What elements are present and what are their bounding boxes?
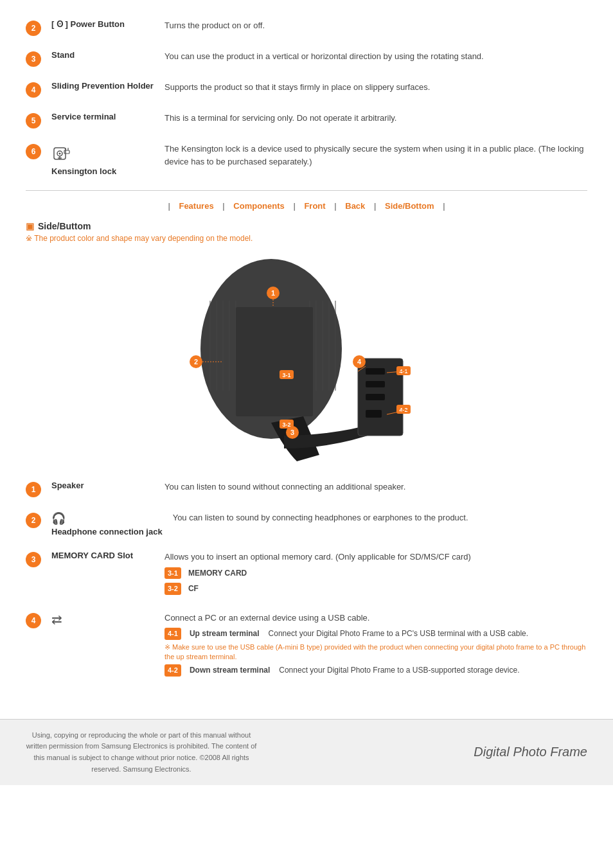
badge-6: 6 — [26, 144, 41, 159]
memory-card-row-1: 3-1 MEMORY CARD — [164, 567, 587, 580]
bottom-items-section: 1 Speaker You can listen to sound withou… — [26, 481, 587, 679]
svg-text:3-1: 3-1 — [282, 372, 290, 378]
svg-text:3: 3 — [290, 429, 294, 436]
item-desc-usb: Connect a PC or an external device using… — [164, 612, 587, 679]
nav-sep: | — [443, 201, 445, 211]
item-desc-memory: Allows you to insert an optional memory … — [164, 551, 587, 598]
kensington-icon — [51, 143, 72, 163]
item-row: 3 Stand You can use the product in a ver… — [26, 50, 587, 67]
badge-2b: 2 — [26, 513, 41, 528]
usb-note: Make sure to use the USB cable (A-mini B… — [164, 642, 587, 662]
item-desc-headphone: You can listen to sound by connecting he… — [173, 511, 587, 524]
badge-4: 4 — [26, 82, 41, 98]
badge-3: 3 — [26, 51, 41, 67]
usb-sub-row-2: 4-2 Down stream terminal Connect your Di… — [164, 664, 587, 677]
sub-label-downstream: Down stream terminal — [190, 664, 270, 676]
nav-back[interactable]: Back — [345, 201, 365, 211]
item-row: 5 Service terminal This is a terminal fo… — [26, 112, 587, 128]
nav-side-bottom[interactable]: Side/Bottom — [385, 201, 434, 211]
usb-sub-row-1: 4-1 Up stream terminal Connect your Digi… — [164, 628, 587, 640]
sub-badge-3-2: 3-2 — [164, 583, 181, 595]
sub-badge-4-1: 4-1 — [164, 628, 181, 640]
footer: Using, copying or reproducing the whole … — [0, 719, 613, 785]
item-label-memory: MEMORY CARD Slot — [51, 551, 133, 560]
section-note: The product color and shape may vary dep… — [26, 234, 587, 243]
badge-5: 5 — [26, 113, 41, 128]
item-row: 6 Kensington lock The Kensin — [26, 143, 587, 176]
item-desc-3: You can use the product in a vertical or… — [164, 50, 587, 63]
svg-rect-24 — [366, 410, 382, 418]
section-title-text: Side/Buttom — [38, 221, 91, 231]
sub-label-memory-card: MEMORY CARD — [188, 567, 247, 579]
nav-sep: | — [334, 201, 336, 211]
nav-sep: | — [168, 201, 170, 211]
item-label-6: Kensington lock — [51, 166, 116, 176]
item-row: 4 Sliding Prevention Holder Supports the… — [26, 81, 587, 98]
svg-text:2: 2 — [194, 358, 198, 366]
usb-icon: ⇄ — [51, 612, 154, 627]
svg-rect-22 — [366, 381, 385, 387]
footer-brand: Digital Photo Frame — [474, 745, 587, 759]
item-row: 2 [ ʘ ] Power Button Turns the product o… — [26, 19, 587, 36]
item-desc-6: The Kensington lock is a device used to … — [164, 143, 587, 168]
svg-rect-20 — [236, 307, 313, 416]
sub-badge-3-1: 3-1 — [164, 567, 181, 580]
section-title: ▣ Side/Buttom — [26, 221, 587, 231]
item-desc-speaker: You can listen to sound without connecti… — [164, 481, 587, 493]
nav-bar: | Features | Components | Front | Back |… — [26, 201, 587, 211]
section-icon: ▣ — [26, 221, 34, 231]
svg-point-2 — [59, 153, 61, 155]
svg-rect-23 — [366, 394, 385, 400]
nav-sep: | — [222, 201, 224, 211]
device-diagram: 1 2 3-1 3 3-2 4 4-1 4-2 — [159, 249, 454, 461]
item-desc-4: Supports the product so that it stays fi… — [164, 81, 587, 94]
svg-text:4: 4 — [357, 358, 362, 366]
badge-1: 1 — [26, 482, 41, 497]
sub-desc-downstream: Connect your Digital Photo Frame to a US… — [279, 664, 519, 676]
item-label-2: [ ʘ ] Power Button — [51, 19, 125, 29]
item-row-memory: 3 MEMORY CARD Slot Allows you to insert … — [26, 551, 587, 598]
svg-text:3-2: 3-2 — [282, 421, 290, 428]
sub-label-cf: CF — [188, 583, 199, 594]
badge-4b: 4 — [26, 613, 41, 628]
item-desc-2: Turns the product on or off. — [164, 19, 587, 32]
item-label-speaker: Speaker — [51, 481, 84, 490]
memory-card-block: 3-1 MEMORY CARD 3-2 CF — [164, 567, 587, 595]
svg-rect-5 — [64, 150, 69, 154]
svg-rect-21 — [366, 368, 385, 375]
divider — [26, 190, 587, 191]
item-label-4: Sliding Prevention Holder — [51, 81, 154, 91]
memory-card-row-2: 3-2 CF — [164, 583, 587, 595]
badge-3b: 3 — [26, 552, 41, 567]
svg-text:1: 1 — [271, 289, 275, 297]
page-content: 2 [ ʘ ] Power Button Turns the product o… — [0, 0, 613, 706]
sub-label-upstream: Up stream terminal — [190, 628, 260, 639]
headphone-icon: 🎧 — [51, 512, 66, 525]
diagram-area: 1 2 3-1 3 3-2 4 4-1 4-2 — [26, 249, 587, 461]
item-desc-5: This is a terminal for servicing only. D… — [164, 112, 587, 125]
nav-features[interactable]: Features — [179, 201, 213, 211]
item-label-5: Service terminal — [51, 112, 116, 121]
item-row-usb: 4 ⇄ Connect a PC or an external device u… — [26, 612, 587, 679]
item-row-speaker: 1 Speaker You can listen to sound withou… — [26, 481, 587, 497]
nav-components[interactable]: Components — [233, 201, 284, 211]
nav-front[interactable]: Front — [304, 201, 325, 211]
sub-badge-4-2: 4-2 — [164, 664, 181, 677]
badge-2: 2 — [26, 21, 41, 36]
item-label-headphone: Headphone connection jack — [51, 527, 163, 536]
footer-legal: Using, copying or reproducing the whole … — [26, 730, 257, 775]
top-items-section: 2 [ ʘ ] Power Button Turns the product o… — [26, 19, 587, 176]
nav-sep: | — [374, 201, 376, 211]
nav-sep: | — [293, 201, 295, 211]
item-row-headphone: 2 🎧 Headphone connection jack You can li… — [26, 511, 587, 536]
item-label-3: Stand — [51, 50, 75, 60]
sub-desc-upstream: Connect your Digital Photo Frame to a PC… — [269, 628, 528, 639]
